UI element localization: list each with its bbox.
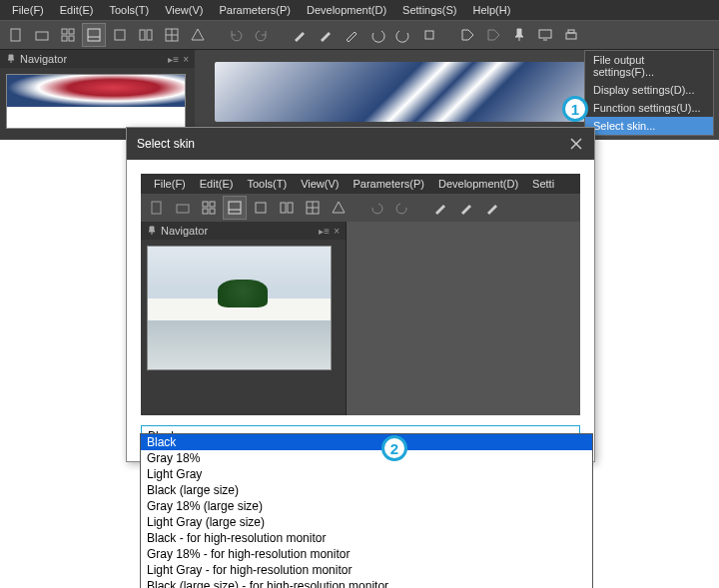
navigator-header: Navigator ▸≡ × [0,50,195,68]
menu-help[interactable]: Help(H) [465,3,519,17]
skin-option[interactable]: Gray 18% - for high-resolution monitor [141,546,592,562]
skin-option[interactable]: Gray 18% (large size) [141,498,592,514]
menu-parameters[interactable]: Parameters(P) [211,3,299,17]
skin-option[interactable]: Black - for high-resolution monitor [141,530,592,546]
skin-option[interactable]: Black (large size) [141,482,592,498]
callout-2: 2 [381,435,407,461]
navigator-title: Navigator [20,53,67,65]
skin-option[interactable]: Gray 18% [141,450,592,466]
panel-close-icon[interactable]: × [183,54,189,65]
svg-rect-0 [11,29,20,41]
settings-file-output[interactable]: File output settings(F)... [585,51,713,81]
toolbar-crop-icon[interactable] [417,23,441,47]
pv-tb-warning-icon [327,196,351,220]
menu-file[interactable]: File(F) [4,3,52,17]
preview-menu-edit: Edit(E) [193,177,241,191]
preview-thumbnail [147,246,332,370]
skin-option[interactable]: Light Gray [141,466,592,482]
toolbar-pin-icon[interactable] [507,23,531,47]
skin-option[interactable]: Light Gray (large size) [141,514,592,530]
toolbar-redo-icon[interactable] [250,23,274,47]
settings-function[interactable]: Function settings(U)... [585,99,713,117]
menu-tools[interactable]: Tools(T) [101,3,157,17]
toolbar-new-icon[interactable] [4,23,28,47]
toolbar-brush2-icon[interactable] [314,23,338,47]
svg-rect-22 [177,205,189,213]
svg-rect-24 [210,202,215,207]
toolbar-warning-icon[interactable] [186,23,210,47]
pv-tb-single-icon [249,196,273,220]
toolbar-rotate-right-icon[interactable] [391,23,415,47]
navigator-thumbnail[interactable] [6,74,186,129]
settings-menu: File output settings(F)... Display setti… [584,50,714,136]
menu-development[interactable]: Development(D) [299,3,394,17]
svg-rect-2 [62,29,67,34]
dialog-close-button[interactable] [568,136,584,152]
pv-tb-open-icon [171,196,195,220]
preview-menu-settings: Setti [525,177,561,191]
pv-tb-split4-icon [301,196,325,220]
toolbar-tag2-icon[interactable] [481,23,505,47]
svg-rect-17 [566,33,576,39]
toolbar-split4-icon[interactable] [160,23,184,47]
toolbar-tag-icon[interactable] [455,23,479,47]
pv-tb-brush2-icon [454,196,478,220]
pv-tb-grid-icon [197,196,221,220]
svg-rect-18 [568,30,574,33]
preview-navigator-title: Navigator [161,225,208,237]
toolbar-monitor-icon[interactable] [533,23,557,47]
menu-view[interactable]: View(V) [157,3,211,17]
dialog-titlebar: Select skin [127,128,594,160]
svg-rect-31 [288,203,293,213]
panel-menu-icon[interactable]: ▸≡ [168,54,179,65]
preview-menu-tools: Tools(T) [240,177,294,191]
svg-rect-23 [203,202,208,207]
svg-rect-29 [256,203,266,213]
skin-listbox[interactable]: BlackGray 18%Light GrayBlack (large size… [140,433,593,588]
toolbar-layout-icon[interactable] [82,23,106,47]
skin-option[interactable]: Black [141,434,592,450]
panel-close-icon: × [334,226,340,237]
toolbar-brush3-icon[interactable] [340,23,363,47]
panel-menu-icon: ▸≡ [319,226,330,237]
preview-content [346,222,580,415]
pv-tb-brush1-icon [428,196,452,220]
toolbar-print-icon[interactable] [559,23,583,47]
svg-rect-27 [229,202,241,214]
callout-1: 1 [562,96,588,122]
toolbar-brush1-icon[interactable] [288,23,312,47]
toolbar-single-icon[interactable] [108,23,132,47]
preview-menu-parameters: Parameters(P) [346,177,431,191]
pin-icon [147,226,157,236]
preview-menu-view: View(V) [294,177,346,191]
pv-tb-new-icon [145,196,169,220]
pv-tb-brush3-icon [480,196,504,220]
toolbar-open-icon[interactable] [30,23,54,47]
main-menubar: File(F) Edit(E) Tools(T) View(V) Paramet… [0,0,719,20]
toolbar-grid4-icon[interactable] [56,23,80,47]
close-icon [570,138,582,150]
svg-rect-4 [62,36,67,41]
toolbar-rotate-left-icon[interactable] [365,23,389,47]
toolbar-undo-icon[interactable] [224,23,248,47]
menu-edit[interactable]: Edit(E) [52,3,102,17]
svg-rect-30 [281,203,286,213]
toolbar-split2-icon[interactable] [134,23,158,47]
skin-preview: File(F) Edit(E) Tools(T) View(V) Paramet… [141,174,580,415]
svg-rect-5 [69,36,74,41]
preview-menubar: File(F) Edit(E) Tools(T) View(V) Paramet… [141,174,580,194]
preview-menu-file: File(F) [147,177,193,191]
skin-option[interactable]: Light Gray - for high-resolution monitor [141,562,592,578]
dialog-title: Select skin [137,137,195,151]
skin-option[interactable]: Black (large size) - for high-resolution… [141,578,592,588]
svg-rect-26 [210,209,215,214]
svg-rect-9 [140,30,145,40]
settings-display[interactable]: Display settings(D)... [585,81,713,99]
preview-menu-development: Development(D) [431,177,525,191]
settings-select-skin[interactable]: Select skin... [585,117,713,135]
preview-navigator: Navigator ▸≡ × [141,222,346,415]
preview-toolbar [141,194,580,222]
pv-tb-split2-icon [275,196,299,220]
main-toolbar [0,20,719,50]
menu-settings[interactable]: Settings(S) [394,3,464,17]
